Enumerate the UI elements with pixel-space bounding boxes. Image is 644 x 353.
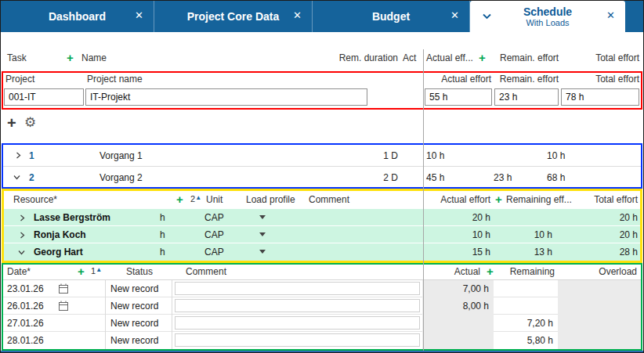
- record-comment-field[interactable]: [175, 299, 420, 312]
- task-number: 1: [29, 150, 34, 161]
- record-date[interactable]: 27.01.26: [7, 318, 44, 329]
- dropdown-arrow-icon[interactable]: [259, 215, 266, 219]
- column-header-project-name: Project name: [87, 74, 143, 85]
- record-overload-cell[interactable]: [558, 332, 641, 349]
- calendar-icon[interactable]: [59, 283, 68, 294]
- record-status[interactable]: New record: [110, 301, 158, 312]
- chevron-down-icon[interactable]: [13, 175, 20, 180]
- column-header-remaining: Remaining: [476, 266, 555, 277]
- sort-indicator[interactable]: 2▲: [190, 194, 201, 204]
- sort-arrow-icon: ▲: [195, 194, 201, 201]
- record-overload-cell[interactable]: [558, 315, 641, 332]
- add-row-icon[interactable]: +: [7, 115, 16, 131]
- record-remaining-cell[interactable]: [494, 297, 558, 315]
- cell-divider: [172, 332, 172, 349]
- record-actual-cell[interactable]: 7,00 h: [422, 280, 494, 297]
- grid-header: Task + Name Rem. duration Act Actual eff…: [1, 49, 644, 70]
- record-remaining-cell[interactable]: 5,80 h: [494, 332, 558, 349]
- add-task-icon[interactable]: +: [67, 52, 74, 65]
- resource-load-profile: CAP: [204, 229, 224, 240]
- record-status[interactable]: New record: [110, 335, 158, 346]
- project-name-field[interactable]: IT-Projekt: [85, 88, 367, 106]
- chevron-down-icon[interactable]: [18, 250, 25, 255]
- add-record-icon[interactable]: +: [78, 265, 85, 279]
- record-overload-cell[interactable]: [558, 280, 641, 297]
- close-icon[interactable]: ✕: [606, 10, 615, 20]
- record-overload-cell[interactable]: [558, 297, 641, 315]
- column-header-status: Status: [126, 266, 153, 277]
- record-comment-field[interactable]: [175, 282, 420, 295]
- tab-dashboard[interactable]: Dashboard ✕: [1, 1, 154, 32]
- resource-total-effort: 20 h: [559, 212, 638, 223]
- project-actual-effort-field[interactable]: 55 h: [425, 88, 492, 106]
- record-status[interactable]: New record: [110, 283, 158, 294]
- record-row[interactable]: 23.01.26 New record 7,00 h: [3, 280, 641, 297]
- chevron-down-icon[interactable]: [482, 13, 492, 20]
- add-effort-icon[interactable]: +: [479, 52, 486, 65]
- add-resource-icon[interactable]: +: [176, 193, 183, 207]
- resource-row[interactable]: Ronja Koch h CAP 10 h 10 h 20 h: [4, 226, 640, 243]
- column-header-rem-duration: Rem. duration: [320, 52, 398, 63]
- record-remaining-cell[interactable]: 7,20 h: [494, 315, 558, 332]
- resource-unit: h: [160, 247, 165, 258]
- record-actual-cell[interactable]: 8,00 h: [422, 297, 494, 315]
- column-header-actual-eff: Actual eff...: [426, 52, 473, 63]
- column-header-remain-effort: Remain. effort: [500, 52, 559, 63]
- record-actual-cell[interactable]: [422, 315, 494, 332]
- window-bottom-edge: [1, 351, 643, 352]
- column-header-total-effort: Total effort: [561, 74, 639, 85]
- resource-row[interactable]: Georg Hart h CAP 15 h 13 h 28 h: [4, 243, 640, 261]
- task-actual-effort: 45 h: [426, 172, 444, 183]
- project-remain-effort-field[interactable]: 23 h: [494, 88, 559, 106]
- records-section: Date* + 1▲ Status Comment Actual + Remai…: [2, 263, 642, 351]
- project-total-effort-field[interactable]: 78 h: [561, 88, 639, 106]
- chevron-right-icon[interactable]: [16, 152, 21, 159]
- pane-splitter[interactable]: [423, 49, 424, 351]
- record-row[interactable]: 26.01.26 New record 8,00 h: [3, 297, 641, 315]
- record-row[interactable]: 28.01.26 New record 5,80 h: [3, 332, 641, 349]
- tab-bar-filler: [625, 1, 643, 32]
- column-header-total-effort: Total effort: [561, 52, 639, 63]
- resource-name: Georg Hart: [34, 247, 83, 258]
- project-id-field[interactable]: 001-IT: [4, 88, 84, 106]
- close-icon[interactable]: ✕: [293, 10, 302, 20]
- cell-divider: [172, 315, 172, 332]
- close-icon[interactable]: ✕: [135, 10, 143, 20]
- project-section: Project Project name Actual effort Remai…: [2, 71, 642, 110]
- task-row[interactable]: 1 Vorgang 1 1 D 10 h 10 h: [3, 145, 641, 166]
- tab-schedule[interactable]: Schedule With Loads ✕: [470, 1, 625, 32]
- record-row[interactable]: 27.01.26 New record 7,20 h: [3, 315, 641, 332]
- close-icon[interactable]: ✕: [450, 10, 459, 20]
- dropdown-arrow-icon[interactable]: [259, 232, 266, 236]
- resource-unit: h: [160, 229, 165, 240]
- tab-schedule-subtitle: With Loads: [526, 18, 569, 28]
- record-comment-field[interactable]: [175, 333, 420, 347]
- cell-divider: [105, 280, 106, 297]
- task-row[interactable]: 2 Vorgang 2 2 D 45 h 23 h 68 h: [3, 166, 641, 187]
- column-header-comment: Comment: [186, 266, 226, 277]
- tab-project-core-data[interactable]: Project Core Data ✕: [154, 1, 313, 32]
- gear-icon[interactable]: ⚙: [24, 116, 36, 129]
- record-date[interactable]: 28.01.26: [7, 335, 44, 346]
- resource-row[interactable]: Lasse Bergström h CAP 20 h 20 h: [4, 209, 640, 226]
- record-date[interactable]: 23.01.26: [7, 283, 44, 294]
- task-total-effort: 68 h: [547, 172, 565, 183]
- chevron-right-icon[interactable]: [20, 232, 25, 239]
- record-comment-field[interactable]: [175, 316, 420, 330]
- record-actual-cell[interactable]: [422, 332, 494, 349]
- column-header-total-effort: Total effort: [559, 194, 638, 205]
- column-header-act: Act: [403, 52, 416, 63]
- add-effort-icon[interactable]: +: [495, 193, 502, 207]
- sort-indicator[interactable]: 1▲: [91, 266, 102, 276]
- record-date[interactable]: 26.01.26: [7, 301, 44, 312]
- record-remaining-cell[interactable]: [494, 280, 558, 297]
- tab-budget[interactable]: Budget ✕: [313, 1, 470, 32]
- column-header-project: Project: [5, 74, 34, 85]
- record-status[interactable]: New record: [110, 318, 158, 329]
- calendar-icon[interactable]: [59, 301, 68, 311]
- column-header-overload: Overload: [559, 266, 637, 277]
- chevron-right-icon[interactable]: [20, 214, 25, 222]
- dropdown-arrow-icon[interactable]: [259, 250, 266, 254]
- column-header-load-profile: Load profile: [246, 194, 295, 205]
- task-name: Vorgang 1: [99, 150, 143, 161]
